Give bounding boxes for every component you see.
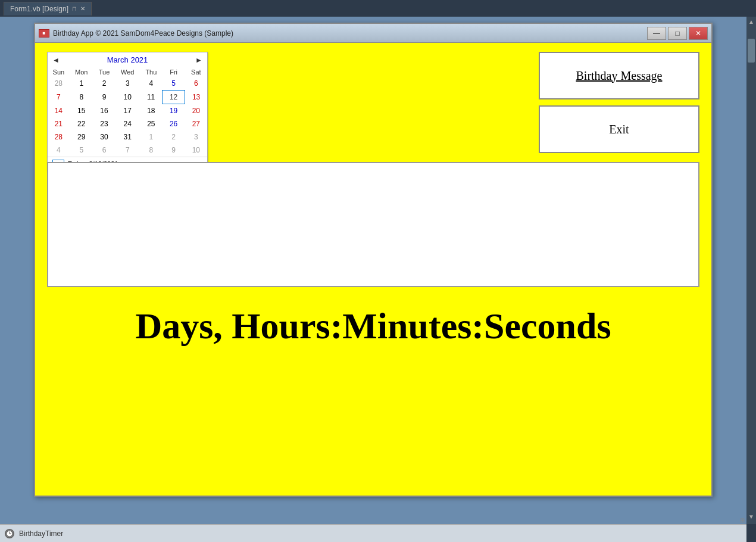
col-fri: Fri [163,67,185,77]
vb-form-window: ■ Birthday App © 2021 SamDom4Peace Desig… [34,23,713,497]
calendar-day[interactable]: 6 [185,77,207,91]
calendar-day[interactable]: 9 [93,91,115,104]
calendar-day[interactable]: 10 [185,144,207,157]
calendar-day[interactable]: 8 [140,144,162,157]
text-box[interactable] [47,162,699,287]
calendar-day[interactable]: 29 [70,130,93,144]
calendar-day[interactable]: 25 [140,117,162,130]
col-sun: Sun [48,67,70,77]
calendar-day[interactable]: 17 [115,104,140,118]
status-timer-label: BirthdayTimer [19,529,63,538]
calendar-grid: Sun Mon Tue Wed Thu Fri Sat 281234567891… [48,67,207,157]
resize-handle[interactable]: ⊞ [738,516,746,524]
calendar-day[interactable]: 3 [185,130,207,144]
calendar-day[interactable]: 2 [93,77,115,91]
calendar-day[interactable]: 4 [48,144,70,157]
calendar-day[interactable]: 2 [163,130,185,144]
scrollbar-thumb[interactable] [748,39,755,63]
calendar-day[interactable]: 27 [185,117,207,130]
calendar-day[interactable]: 5 [70,144,93,157]
timer-icon [5,529,14,538]
calendar-prev-button[interactable]: ◄ [52,56,60,64]
ide-tab-bar: Form1.vb [Design] ⊓ ✕ [0,0,756,17]
birthday-message-button[interactable]: Birthday Message [539,52,699,99]
calendar-day[interactable]: 14 [48,104,70,118]
calendar-day[interactable]: 21 [48,117,70,130]
main-area: ■ Birthday App © 2021 SamDom4Peace Desig… [0,17,746,524]
ide-outer: Form1.vb [Design] ⊓ ✕ ▲ ▼ ■ Birthday App… [0,0,756,542]
calendar-day[interactable]: 13 [185,91,207,104]
col-mon: Mon [70,67,93,77]
calendar-day[interactable]: 6 [93,144,115,157]
app-icon: ■ [39,29,49,38]
calendar-widget[interactable]: ◄ March 2021 ► Sun Mon Tue Wed Thu [47,52,208,171]
close-button[interactable]: ✕ [689,27,708,40]
calendar-day[interactable]: 4 [140,77,162,91]
exit-button[interactable]: Exit [539,105,699,153]
col-tue: Tue [93,67,115,77]
calendar-day[interactable]: 22 [70,117,93,130]
tab-label: Form1.vb [Design] [10,5,68,13]
calendar-day[interactable]: 18 [140,104,162,118]
scroll-down-arrow[interactable]: ▼ [746,512,756,522]
calendar-day[interactable]: 7 [48,91,70,104]
calendar-day[interactable]: 11 [140,91,162,104]
calendar-day[interactable]: 1 [140,130,162,144]
scrollbar-right[interactable]: ▲ ▼ [746,17,756,524]
minimize-button[interactable]: — [647,27,666,40]
calendar-day[interactable]: 15 [70,104,93,118]
calendar-day[interactable]: 16 [93,104,115,118]
calendar-day[interactable]: 1 [70,77,93,91]
calendar-day[interactable]: 12 [163,91,185,104]
vb-title-bar: ■ Birthday App © 2021 SamDom4Peace Desig… [35,24,711,43]
window-controls: — □ ✕ [647,27,708,40]
calendar-header: ◄ March 2021 ► [48,52,207,67]
calendar-day[interactable]: 31 [115,130,140,144]
ide-tab[interactable]: Form1.vb [Design] ⊓ ✕ [4,2,92,15]
calendar-day[interactable]: 8 [70,91,93,104]
tab-close-icon[interactable]: ✕ [80,5,85,12]
calendar-month-year: March 2021 [107,55,148,64]
pin-icon: ⊓ [72,5,77,12]
calendar-day[interactable]: 28 [48,77,70,91]
calendar-day[interactable]: 5 [163,77,185,91]
calendar-day[interactable]: 23 [93,117,115,130]
calendar-day[interactable]: 28 [48,130,70,144]
calendar-day[interactable]: 26 [163,117,185,130]
calendar-day[interactable]: 24 [115,117,140,130]
calendar-day[interactable]: 19 [163,104,185,118]
countdown-label: Days, Hours:Minutes:Seconds [35,305,711,347]
calendar-next-button[interactable]: ► [195,56,202,64]
status-bar: BirthdayTimer [0,524,746,542]
calendar-day[interactable]: 7 [115,144,140,157]
col-wed: Wed [115,67,140,77]
calendar-day[interactable]: 30 [93,130,115,144]
calendar-day[interactable]: 10 [115,91,140,104]
calendar-day[interactable]: 3 [115,77,140,91]
col-sat: Sat [185,67,207,77]
calendar-day[interactable]: 9 [163,144,185,157]
calendar-day[interactable]: 20 [185,104,207,118]
window-title: Birthday App © 2021 SamDom4Peace Designs… [53,29,647,38]
vb-form-content: ◄ March 2021 ► Sun Mon Tue Wed Thu [35,43,711,496]
col-thu: Thu [140,67,162,77]
maximize-button[interactable]: □ [668,27,687,40]
scroll-up-arrow[interactable]: ▲ [746,17,756,27]
